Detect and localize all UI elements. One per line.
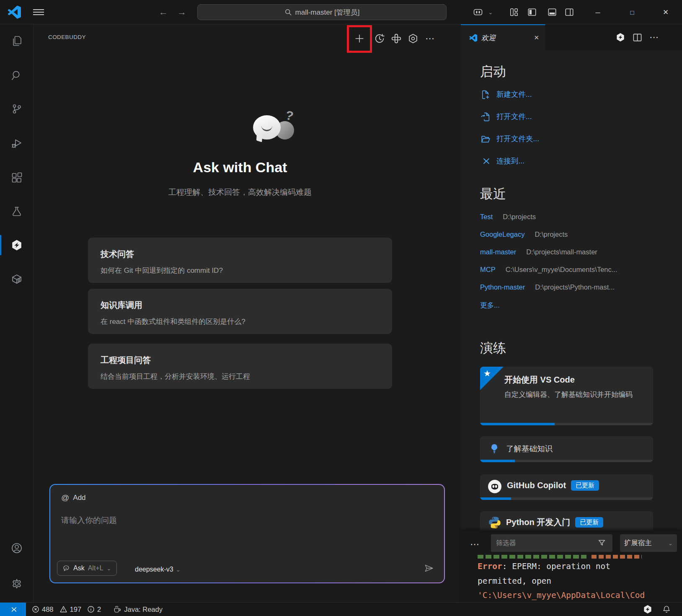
- tab-welcome[interactable]: 欢迎 ✕: [461, 24, 545, 50]
- codebuddy-settings-button[interactable]: [406, 31, 420, 46]
- problems-errors[interactable]: 488: [32, 606, 54, 613]
- walkthrough-github-copilot[interactable]: GitHub Copilot 已更新: [480, 474, 653, 500]
- explorer-icon[interactable]: [10, 35, 23, 47]
- walkthrough-learn-fundamentals[interactable]: 了解基础知识: [480, 436, 653, 462]
- sidebar-title: CODEBUDDY: [48, 34, 86, 40]
- warning-icon: [59, 606, 67, 613]
- start-new-file[interactable]: 新建文件...: [480, 87, 532, 101]
- window-maximize-button[interactable]: □: [623, 0, 642, 24]
- hero-title: Ask with Chat: [88, 159, 392, 176]
- progress-bar: [480, 497, 653, 500]
- customize-layout-icon[interactable]: [509, 8, 519, 17]
- menu-hamburger-icon[interactable]: [33, 9, 44, 16]
- remote-indicator-button[interactable]: [0, 603, 26, 616]
- window-close-button[interactable]: ✕: [656, 0, 675, 24]
- ask-shortcut: Alt+L: [88, 564, 103, 572]
- problems-warnings[interactable]: 197: [59, 606, 82, 613]
- notifications-bell-icon[interactable]: [662, 605, 671, 614]
- model-selector[interactable]: deepseek-v3 ⌄: [135, 566, 181, 573]
- start-connect-to[interactable]: 连接到...: [480, 154, 524, 168]
- recent-name[interactable]: GoogleLegacy: [480, 230, 524, 238]
- model-label: deepseek-v3: [135, 566, 173, 573]
- recent-name[interactable]: mall-master: [480, 248, 516, 256]
- recent-path: D:\projects: [535, 230, 568, 238]
- settings-gear-icon[interactable]: [10, 577, 23, 590]
- toggle-secondary-sidebar-icon[interactable]: [565, 8, 574, 17]
- vscode-file-icon: [469, 34, 477, 42]
- nav-back-button[interactable]: ←: [156, 0, 171, 24]
- card-title: 技术问答: [101, 248, 380, 260]
- recent-heading: 最近: [480, 185, 506, 203]
- suggestion-card-project[interactable]: 工程项目问答 结合当前项目工程，分析并安装环境、运行工程: [88, 344, 392, 389]
- tab-close-icon[interactable]: ✕: [534, 34, 539, 41]
- copilot-chevron-icon[interactable]: ⌄: [488, 9, 493, 16]
- recent-item[interactable]: Test D:\projects: [480, 213, 536, 225]
- start-open-file[interactable]: 打开文件...: [480, 109, 532, 124]
- editor-more-actions-icon[interactable]: ⋯: [648, 31, 660, 44]
- warning-count: 197: [70, 606, 82, 613]
- start-link-label: 打开文件...: [496, 111, 532, 122]
- recent-path: D:\projects: [503, 213, 536, 221]
- start-link-label: 打开文件夹...: [496, 134, 539, 144]
- send-button[interactable]: [424, 563, 434, 573]
- card-desc: 如何在 Git 中回退到指定的 commit ID?: [101, 266, 380, 275]
- recent-item[interactable]: mall-master D:\projects\mall-master: [480, 248, 597, 260]
- suggestion-card-tech-qa[interactable]: 技术问答 如何在 Git 中回退到指定的 commit ID?: [88, 238, 392, 283]
- start-link-label: 新建文件...: [496, 89, 532, 99]
- filter-input[interactable]: [491, 534, 612, 552]
- recent-name[interactable]: Python-master: [480, 283, 525, 291]
- recent-item[interactable]: GoogleLegacy D:\projects: [480, 230, 568, 242]
- container-tools-icon[interactable]: [10, 273, 23, 285]
- recent-name[interactable]: MCP: [480, 266, 496, 274]
- recent-item[interactable]: MCP C:\Users\v_myye\Documents\Tenc...: [480, 266, 617, 277]
- window-minimize-button[interactable]: –: [588, 0, 607, 24]
- card-desc: 在 react 中函数式组件和类组件的区别是什么?: [101, 317, 380, 326]
- chat-input-placeholder[interactable]: 请输入你的问题: [61, 515, 117, 526]
- vscode-window: ← → mall-master [管理员] ⌄ – □ ✕: [0, 0, 682, 616]
- walkthrough-title: GitHub Copilot: [507, 481, 566, 490]
- copilot-icon[interactable]: [473, 7, 483, 17]
- search-view-icon[interactable]: [10, 69, 23, 82]
- split-editor-icon[interactable]: [631, 31, 643, 44]
- error-label: Error: [478, 562, 502, 571]
- walkthrough-get-started[interactable]: ★ 开始使用 VS Code 自定义编辑器、了解基础知识并开始编码: [480, 367, 653, 425]
- vscode-logo-icon: [8, 5, 21, 19]
- testing-icon[interactable]: [10, 205, 23, 218]
- walkthroughs-heading: 演练: [480, 339, 506, 357]
- problems-infos[interactable]: 2: [87, 606, 101, 613]
- panel-more-actions-icon[interactable]: ⋯: [470, 539, 479, 550]
- titlebar: ← → mall-master [管理员] ⌄ – □ ✕: [0, 0, 682, 24]
- extensions-icon[interactable]: [10, 171, 23, 184]
- chat-history-button[interactable]: [372, 31, 387, 46]
- mcp-plugins-button[interactable]: [389, 31, 403, 46]
- output-source-dropdown[interactable]: 扩展宿主 ⌄: [620, 534, 677, 552]
- recent-more-label[interactable]: 更多...: [480, 301, 500, 310]
- recent-item[interactable]: Python-master D:\projects\Python-mast...: [480, 283, 615, 295]
- codebuddy-editor-action-icon[interactable]: [614, 31, 627, 44]
- recent-more[interactable]: 更多...: [480, 301, 500, 313]
- start-open-folder[interactable]: 打开文件夹...: [480, 132, 539, 146]
- run-debug-icon[interactable]: [10, 137, 23, 150]
- tab-bar: 欢迎 ✕ ⋯: [461, 24, 682, 50]
- chat-input-inner[interactable]: @ Add 请输入你的问题 Ask Alt+L ⌄ deepseek-v3 ⌄: [50, 485, 444, 582]
- recent-name[interactable]: Test: [480, 213, 493, 221]
- codebuddy-status-icon[interactable]: [643, 604, 653, 614]
- more-actions-button[interactable]: ⋯: [423, 31, 437, 46]
- nav-forward-button[interactable]: →: [174, 0, 189, 24]
- search-icon: [284, 8, 292, 16]
- error-text: : EPERM: operation not: [502, 562, 610, 571]
- toggle-primary-sidebar-icon[interactable]: [527, 8, 537, 17]
- account-icon[interactable]: [10, 542, 23, 554]
- java-status[interactable]: Java: Ready: [113, 605, 163, 613]
- mode-selector-button[interactable]: Ask Alt+L ⌄: [57, 561, 117, 576]
- chat-bubbles-icon: ?: [245, 110, 300, 148]
- chevron-down-icon: ⌄: [668, 540, 673, 546]
- command-center-search[interactable]: mall-master [管理员]: [197, 4, 447, 20]
- add-context-button[interactable]: @ Add: [61, 493, 86, 502]
- filter-funnel-icon[interactable]: [597, 538, 606, 547]
- codebuddy-view-icon[interactable]: [10, 239, 23, 251]
- hero-subtitle: 工程理解、技术回答，高效解决编码难题: [88, 187, 392, 198]
- suggestion-card-knowledge[interactable]: 知识库调用 在 react 中函数式组件和类组件的区别是什么?: [88, 289, 392, 334]
- toggle-panel-icon[interactable]: [548, 8, 557, 17]
- source-control-icon[interactable]: [10, 103, 23, 115]
